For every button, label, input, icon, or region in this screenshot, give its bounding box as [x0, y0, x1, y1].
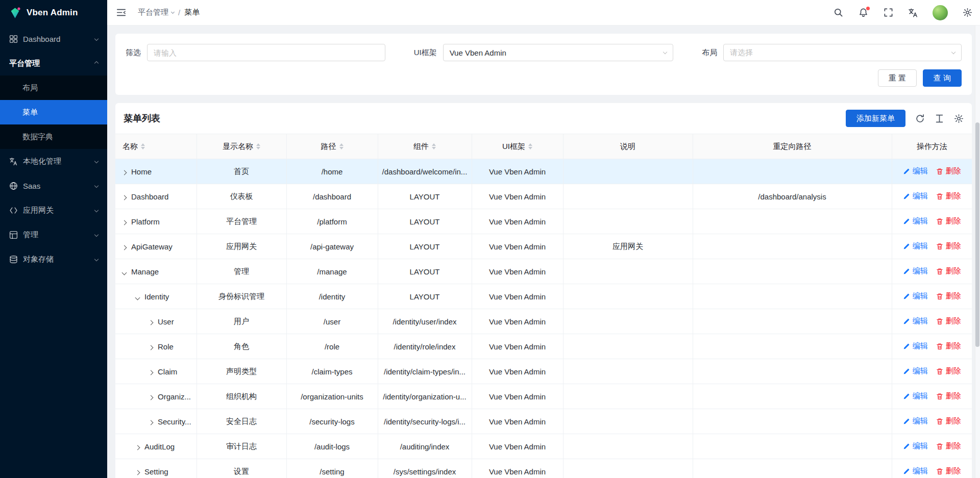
- cell-component: /identity/organization-u...: [378, 384, 472, 409]
- edit-button[interactable]: 编辑: [903, 366, 928, 376]
- sidebar-subitem[interactable]: 菜单: [0, 100, 107, 124]
- delete-button[interactable]: 删除: [936, 216, 961, 226]
- edit-button[interactable]: 编辑: [903, 466, 928, 476]
- cell-redirect: [693, 384, 892, 409]
- sidebar-menu: Dashboard平台管理布局菜单数据字典本地化管理Saas应用网关管理对象存储: [0, 26, 107, 478]
- column-header[interactable]: 名称: [115, 134, 197, 159]
- sidebar-item[interactable]: 平台管理: [0, 51, 107, 76]
- column-header: 说明: [563, 134, 693, 159]
- add-menu-button[interactable]: 添加新菜单: [846, 110, 905, 127]
- sidebar-item[interactable]: 本地化管理: [0, 149, 107, 173]
- sidebar-item[interactable]: 对象存储: [0, 247, 107, 271]
- sidebar-item[interactable]: Dashboard: [0, 27, 107, 51]
- sidebar-item[interactable]: 管理: [0, 222, 107, 247]
- cell-framework: Vue Vben Admin: [472, 434, 563, 459]
- delete-button[interactable]: 删除: [936, 341, 961, 351]
- delete-button[interactable]: 删除: [936, 316, 961, 326]
- table-row: User用户/user/identity/user/indexVue Vben …: [115, 309, 972, 334]
- sidebar-item[interactable]: Saas: [0, 173, 107, 198]
- cell-actions: 编辑删除: [892, 434, 972, 459]
- delete-button[interactable]: 删除: [936, 266, 961, 276]
- cell-path: /claim-types: [286, 359, 378, 384]
- cell-display-name: 用户: [197, 309, 286, 334]
- sidebar-subitem[interactable]: 布局: [0, 76, 107, 100]
- table-row: Security...安全日志/security-logs/identity/s…: [115, 409, 972, 434]
- cell-actions: 编辑删除: [892, 259, 972, 284]
- edit-button[interactable]: 编辑: [903, 191, 928, 201]
- sidebar-subitem[interactable]: 数据字典: [0, 124, 107, 149]
- expand-toggle-icon[interactable]: [122, 245, 127, 250]
- delete-button[interactable]: 删除: [936, 191, 961, 201]
- edit-button[interactable]: 编辑: [903, 266, 928, 276]
- cell-description: [563, 409, 693, 434]
- row-height-icon[interactable]: [935, 114, 944, 123]
- cell-redirect: [693, 434, 892, 459]
- framework-select[interactable]: Vue Vben Admin: [443, 44, 674, 61]
- edit-button[interactable]: 编辑: [903, 316, 928, 326]
- table-row: AuditLog审计日志/audit-logs/auditing/indexVu…: [115, 434, 972, 459]
- delete-button[interactable]: 删除: [936, 366, 961, 376]
- column-header[interactable]: UI框架: [472, 134, 563, 159]
- notification-bell-icon[interactable]: [857, 7, 869, 18]
- sidebar-item[interactable]: 应用网关: [0, 198, 107, 222]
- delete-button[interactable]: 删除: [936, 441, 961, 451]
- edit-button[interactable]: 编辑: [903, 341, 928, 351]
- delete-button[interactable]: 删除: [936, 291, 961, 301]
- top-header: 平台管理 / 菜单: [107, 0, 980, 26]
- expand-toggle-icon[interactable]: [149, 345, 154, 350]
- column-settings-gear-icon[interactable]: [954, 114, 964, 123]
- expand-toggle-icon[interactable]: [122, 170, 127, 175]
- cell-path: /platform: [286, 209, 378, 234]
- column-header[interactable]: 组件: [378, 134, 472, 159]
- search-button[interactable]: 查 询: [923, 69, 962, 87]
- cell-name: User: [115, 309, 197, 334]
- expand-toggle-icon[interactable]: [135, 470, 140, 475]
- fullscreen-icon[interactable]: [883, 7, 894, 18]
- delete-button[interactable]: 删除: [936, 416, 961, 426]
- edit-button[interactable]: 编辑: [903, 241, 928, 251]
- menu-fold-icon[interactable]: [115, 7, 127, 18]
- language-translate-icon[interactable]: [908, 7, 919, 18]
- expand-toggle-icon[interactable]: [122, 195, 127, 200]
- settings-gear-icon[interactable]: [962, 7, 973, 18]
- cell-component: LAYOUT: [378, 234, 472, 259]
- app-logo[interactable]: Vben Admin: [0, 0, 107, 26]
- expand-toggle-icon[interactable]: [149, 395, 154, 400]
- column-header[interactable]: 显示名称: [197, 134, 286, 159]
- cell-redirect: [693, 459, 892, 478]
- edit-button[interactable]: 编辑: [903, 166, 928, 176]
- delete-button[interactable]: 删除: [936, 241, 961, 251]
- edit-button[interactable]: 编辑: [903, 391, 928, 401]
- edit-button[interactable]: 编辑: [903, 441, 928, 451]
- cell-actions: 编辑删除: [892, 384, 972, 409]
- delete-button[interactable]: 删除: [936, 166, 961, 176]
- page-scrollbar-thumb[interactable]: [975, 122, 979, 347]
- expand-toggle-icon[interactable]: [149, 370, 154, 375]
- cell-display-name: 安全日志: [197, 409, 286, 434]
- cell-name: Claim: [115, 359, 197, 384]
- chevron-down-icon: [94, 159, 99, 163]
- filter-keyword-input[interactable]: [147, 44, 385, 61]
- layout-select[interactable]: 请选择: [723, 44, 962, 61]
- search-icon[interactable]: [832, 7, 844, 18]
- edit-button[interactable]: 编辑: [903, 416, 928, 426]
- edit-button[interactable]: 编辑: [903, 291, 928, 301]
- expand-toggle-icon[interactable]: [135, 295, 140, 300]
- cell-display-name: 管理: [197, 259, 286, 284]
- expand-toggle-icon[interactable]: [135, 445, 140, 450]
- reset-button[interactable]: 重 置: [878, 69, 917, 87]
- cell-description: [563, 259, 693, 284]
- breadcrumb-parent[interactable]: 平台管理: [138, 8, 174, 17]
- column-header[interactable]: 路径: [286, 134, 378, 159]
- saas-icon: [9, 182, 18, 190]
- expand-toggle-icon[interactable]: [149, 420, 154, 425]
- expand-toggle-icon[interactable]: [122, 220, 127, 225]
- delete-button[interactable]: 删除: [936, 391, 961, 401]
- delete-button[interactable]: 删除: [936, 466, 961, 476]
- row-name: Manage: [131, 267, 159, 276]
- refresh-icon[interactable]: [915, 114, 925, 123]
- expand-toggle-icon[interactable]: [122, 270, 127, 275]
- edit-button[interactable]: 编辑: [903, 216, 928, 226]
- expand-toggle-icon[interactable]: [149, 320, 154, 325]
- user-avatar[interactable]: [933, 5, 948, 20]
